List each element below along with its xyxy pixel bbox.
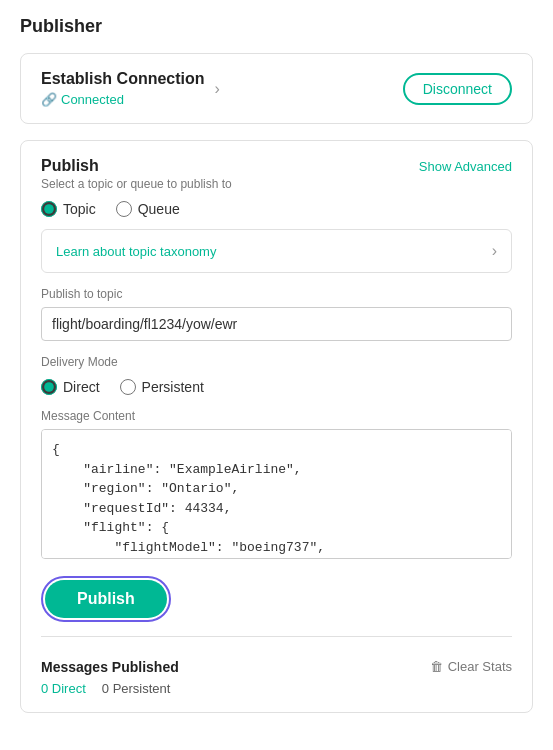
persistent-radio-label[interactable]: Persistent xyxy=(120,379,204,395)
queue-label-text: Queue xyxy=(138,201,180,217)
trash-icon: 🗑 xyxy=(430,659,443,674)
direct-radio-label[interactable]: Direct xyxy=(41,379,100,395)
publish-button[interactable]: Publish xyxy=(45,580,167,618)
publish-to-topic-input[interactable] xyxy=(41,307,512,341)
topic-radio-label[interactable]: Topic xyxy=(41,201,96,217)
taxonomy-chevron-icon: › xyxy=(492,242,497,260)
disconnect-button[interactable]: Disconnect xyxy=(403,73,512,105)
messages-section: Messages Published 0 Direct 0 Persistent… xyxy=(41,651,512,696)
connection-card: Establish Connection 🔗 Connected › Disco… xyxy=(20,53,533,124)
taxonomy-box[interactable]: Learn about topic taxonomy › xyxy=(41,229,512,273)
messages-stats: 0 Direct 0 Persistent xyxy=(41,681,179,696)
page-title: Publisher xyxy=(20,16,533,37)
topic-radio[interactable] xyxy=(41,201,57,217)
link-icon: 🔗 xyxy=(41,92,57,107)
publish-card: Publish Select a topic or queue to publi… xyxy=(20,140,533,713)
direct-count: 0 Direct xyxy=(41,681,86,696)
publish-title: Publish xyxy=(41,157,232,175)
publish-button-wrapper: Publish xyxy=(41,576,171,622)
clear-stats-label: Clear Stats xyxy=(448,659,512,674)
queue-radio[interactable] xyxy=(116,201,132,217)
topic-label-text: Topic xyxy=(63,201,96,217)
delivery-mode-label: Delivery Mode xyxy=(41,355,512,369)
direct-label-text: Direct xyxy=(63,379,100,395)
publish-subtitle: Select a topic or queue to publish to xyxy=(41,177,232,191)
delivery-mode-radio-group: Direct Persistent xyxy=(41,379,512,395)
show-advanced-link[interactable]: Show Advanced xyxy=(419,159,512,174)
connection-chevron-icon: › xyxy=(215,80,220,98)
persistent-count: 0 Persistent xyxy=(102,681,171,696)
persistent-label-text: Persistent xyxy=(142,379,204,395)
taxonomy-text: Learn about topic taxonomy xyxy=(56,244,216,259)
connection-status: 🔗 Connected xyxy=(41,92,205,107)
clear-stats-button[interactable]: 🗑 Clear Stats xyxy=(430,659,512,674)
message-content-textarea[interactable]: { "airline": "ExampleAirline", "region":… xyxy=(41,429,512,559)
queue-radio-label[interactable]: Queue xyxy=(116,201,180,217)
topic-queue-radio-group: Topic Queue xyxy=(41,201,512,217)
connection-title: Establish Connection xyxy=(41,70,205,88)
messages-published-title: Messages Published xyxy=(41,659,179,675)
persistent-radio[interactable] xyxy=(120,379,136,395)
direct-radio[interactable] xyxy=(41,379,57,395)
message-content-label: Message Content xyxy=(41,409,512,423)
publish-to-topic-label: Publish to topic xyxy=(41,287,512,301)
